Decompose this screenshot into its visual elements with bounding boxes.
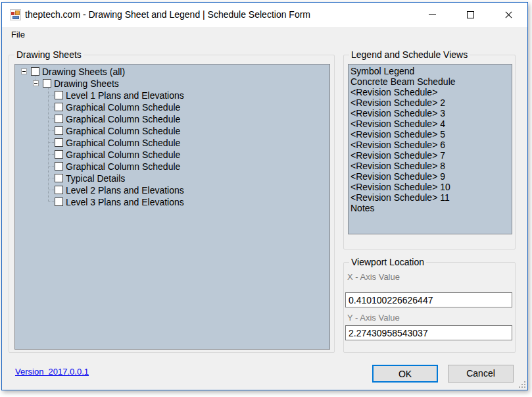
checkbox[interactable]: [55, 186, 63, 194]
tree-item[interactable]: Graphical Column Schedule: [15, 101, 329, 113]
list-item[interactable]: Symbol Legend: [349, 66, 512, 76]
checkbox[interactable]: [55, 198, 63, 206]
tree-connector: [48, 107, 54, 107]
tree-connector: [48, 190, 54, 190]
tree-item[interactable]: Level 2 Plans and Elevations: [15, 184, 329, 196]
tree-connector: [48, 95, 54, 95]
tree-connector: [48, 142, 54, 143]
list-item[interactable]: <Revision Schedule> 10: [349, 182, 512, 192]
tree-connector: [48, 166, 54, 167]
checkbox[interactable]: [55, 126, 63, 135]
maximize-button[interactable]: [451, 3, 489, 27]
title-bar[interactable]: theptech.com - Drawing Sheet and Legend …: [2, 3, 527, 27]
minimize-icon: [429, 14, 436, 15]
viewport-location-group: Viewport Location X - Axis Value Y - Axi…: [343, 262, 516, 353]
checkbox[interactable]: [55, 150, 63, 159]
legend-views-group-label: Legend and Schedule Views: [349, 49, 470, 60]
version-link[interactable]: Version 2017.0.0.1: [15, 367, 89, 377]
maximize-icon: [467, 11, 474, 18]
checkbox[interactable]: [55, 138, 63, 147]
list-item[interactable]: <Revision Schedule> 6: [349, 140, 512, 150]
tree-rows: Drawing Sheets (all)Drawing SheetsLevel …: [15, 66, 329, 208]
legend-views-group: Legend and Schedule Views Symbol LegendC…: [343, 55, 516, 250]
sheets-tree[interactable]: Drawing Sheets (all)Drawing SheetsLevel …: [14, 64, 330, 350]
menu-file[interactable]: File: [5, 27, 31, 40]
tree-connector: [48, 201, 54, 202]
close-button[interactable]: [489, 3, 527, 27]
collapse-toggle-icon[interactable]: [33, 80, 39, 86]
tree-item[interactable]: Level 3 Plans and Elevations: [15, 196, 329, 208]
tree-item-label[interactable]: Level 1 Plans and Elevations: [66, 90, 184, 101]
tree-item[interactable]: Graphical Column Schedule: [15, 113, 329, 125]
tree-item-label[interactable]: Graphical Column Schedule: [66, 138, 180, 148]
checkbox[interactable]: [55, 91, 63, 99]
drawing-sheets-group: Drawing Sheets Drawing Sheets (all)Drawi…: [9, 55, 335, 353]
list-item[interactable]: Concrete Beam Schedule: [349, 76, 512, 87]
checkbox[interactable]: [55, 174, 63, 182]
tree-item[interactable]: Level 1 Plans and Elevations: [15, 90, 329, 101]
cancel-button[interactable]: Cancel: [448, 365, 514, 383]
list-item[interactable]: <Revision Schedule>: [349, 87, 512, 97]
tree-item-label[interactable]: Graphical Column Schedule: [66, 102, 180, 113]
list-item[interactable]: Notes: [349, 203, 512, 213]
list-item[interactable]: <Revision Schedule> 2: [349, 97, 512, 108]
minimize-button[interactable]: [413, 3, 451, 27]
window-title: theptech.com - Drawing Sheet and Legend …: [25, 3, 310, 27]
tree-item[interactable]: Graphical Column Schedule: [15, 161, 329, 172]
list-item[interactable]: <Revision Schedule> 9: [349, 171, 512, 182]
tree-item-label[interactable]: Graphical Column Schedule: [66, 161, 180, 172]
tree-connector: [48, 154, 54, 155]
tree-connector: [48, 130, 54, 131]
y-axis-value-input[interactable]: [345, 325, 512, 340]
checkbox[interactable]: [43, 79, 51, 88]
x-axis-label: X - Axis Value: [347, 272, 400, 282]
viewport-location-group-label: Viewport Location: [349, 257, 426, 267]
tree-item-label[interactable]: Typical Details: [66, 173, 125, 184]
tree-item[interactable]: Typical Details: [15, 172, 329, 184]
tree-item[interactable]: Graphical Column Schedule: [15, 125, 329, 137]
tree-item-label[interactable]: Level 2 Plans and Elevations: [66, 185, 184, 196]
tree-item-label[interactable]: Graphical Column Schedule: [66, 149, 180, 160]
checkbox[interactable]: [55, 115, 63, 123]
list-item[interactable]: <Revision Schedule> 11: [349, 192, 512, 203]
tree-item-label[interactable]: Level 3 Plans and Elevations: [66, 197, 184, 207]
checkbox[interactable]: [31, 67, 39, 76]
tree-item-label[interactable]: Drawing Sheets: [54, 78, 119, 89]
close-icon: [504, 11, 513, 19]
checkbox[interactable]: [55, 162, 63, 171]
list-item[interactable]: <Revision Schedule> 3: [349, 108, 512, 119]
tree-item-label[interactable]: Graphical Column Schedule: [66, 114, 180, 124]
app-window: theptech.com - Drawing Sheet and Legend …: [1, 2, 528, 390]
app-icon: [10, 9, 21, 20]
list-item[interactable]: <Revision Schedule> 5: [349, 129, 512, 140]
tree-connector: [48, 178, 54, 178]
list-item[interactable]: <Revision Schedule> 7: [349, 150, 512, 161]
tree-item-label[interactable]: Graphical Column Schedule: [66, 126, 180, 136]
drawing-sheets-group-label: Drawing Sheets: [14, 49, 84, 60]
checkbox[interactable]: [55, 103, 63, 111]
tree-item[interactable]: Drawing Sheets (all): [15, 66, 329, 78]
tree-connector: [48, 119, 54, 119]
collapse-toggle-icon[interactable]: [21, 68, 27, 74]
x-axis-value-input[interactable]: [345, 292, 512, 307]
resize-grip[interactable]: [519, 381, 525, 388]
list-item[interactable]: <Revision Schedule> 4: [349, 119, 512, 129]
menu-bar: File: [2, 27, 527, 44]
ok-button[interactable]: OK: [372, 365, 438, 383]
tree-item[interactable]: Drawing Sheets: [15, 78, 329, 90]
tree-item-label[interactable]: Drawing Sheets (all): [42, 66, 125, 77]
legend-views-list[interactable]: Symbol LegendConcrete Beam Schedule<Revi…: [348, 64, 512, 234]
y-axis-label: Y - Axis Value: [347, 313, 400, 323]
tree-item[interactable]: Graphical Column Schedule: [15, 149, 329, 161]
tree-item[interactable]: Graphical Column Schedule: [15, 137, 329, 149]
list-item[interactable]: <Revision Schedule> 8: [349, 161, 512, 171]
